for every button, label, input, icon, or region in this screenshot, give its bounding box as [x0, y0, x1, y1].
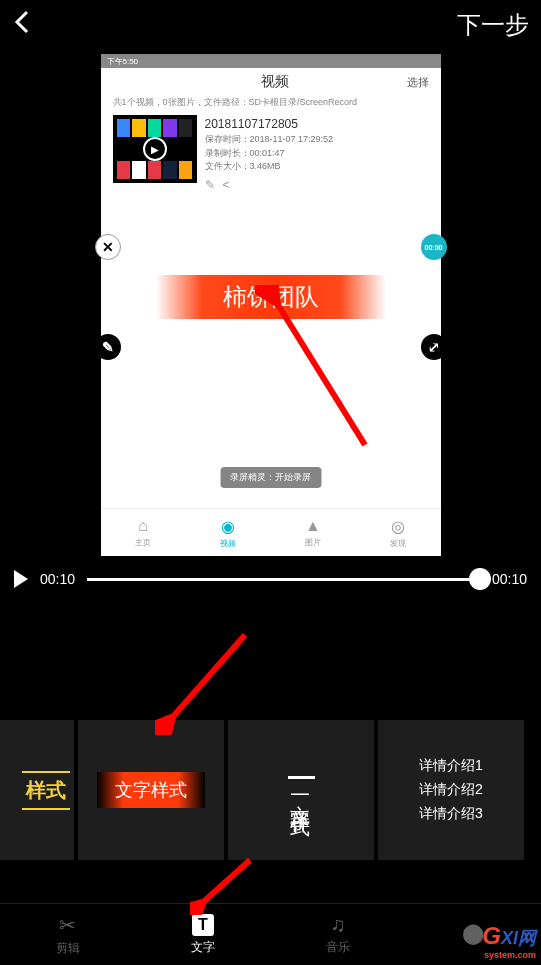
video-timeline[interactable]: 00:10 00:10	[0, 556, 541, 602]
editor-bottom-nav: ✂ 剪辑 T 文字 ♫ 音乐 ⬤	[0, 903, 541, 965]
nav-text[interactable]: T 文字	[135, 904, 270, 965]
svg-line-2	[200, 860, 250, 905]
progress-knob[interactable]	[469, 568, 491, 590]
text-icon: T	[192, 914, 214, 936]
current-time: 00:10	[40, 571, 75, 587]
home-icon: ⌂	[138, 517, 148, 535]
back-icon[interactable]	[12, 9, 32, 42]
overlay-text[interactable]: 柿饼团队	[156, 275, 386, 319]
play-circle-icon: ◉	[221, 517, 235, 536]
edit-icon: ✎	[205, 176, 215, 194]
text-style-card[interactable]: 一文字样式	[228, 720, 374, 860]
watermark: GGxlXl网 system.com	[482, 922, 536, 960]
style-preview-vertical: 一文字样式	[288, 776, 315, 805]
total-time: 00:10	[492, 571, 527, 587]
embedded-tab-image: ▲ 图片	[271, 509, 356, 556]
scissors-icon: ✂	[59, 913, 76, 937]
embedded-path-info: 共1个视频，0张图片，文件路径：SD卡根目录/ScreenRecord	[101, 96, 441, 111]
music-icon: ♫	[331, 913, 346, 936]
nav-edit[interactable]: ✂ 剪辑	[0, 904, 135, 965]
progress-track[interactable]	[87, 578, 480, 581]
text-style-card[interactable]: 文字样式	[78, 720, 224, 860]
blob-icon: ⬤	[462, 921, 484, 945]
embedded-tab-video: ◉ 视频	[186, 509, 271, 556]
video-thumbnail: ▶	[113, 115, 197, 183]
embedded-tabbar: ⌂ 主页 ◉ 视频 ▲ 图片 ◎ 发现	[101, 508, 441, 556]
embedded-tab-discover: ◎ 发现	[356, 509, 441, 556]
embedded-title: 视频	[143, 73, 407, 91]
text-style-card[interactable]: 详情介绍1 详情介绍2 详情介绍3	[378, 720, 524, 860]
text-style-card[interactable]: 样式	[0, 720, 74, 860]
embedded-tab-home: ⌂ 主页	[101, 509, 186, 556]
video-filesize: 文件大小：3.46MB	[205, 160, 334, 174]
svg-line-1	[170, 635, 245, 720]
play-icon: ▶	[143, 137, 167, 161]
text-overlay-frame[interactable]: ✕ 00:00 ✎ ⤢ 柿饼团队	[107, 246, 435, 348]
compass-icon: ◎	[391, 517, 405, 536]
text-style-scroller[interactable]: 样式 文字样式 一文字样式 详情介绍1 详情介绍2 详情介绍3	[0, 720, 541, 860]
style-preview-details: 详情介绍1 详情介绍2 详情介绍3	[419, 754, 483, 825]
embedded-select: 选择	[407, 75, 429, 90]
annotation-arrow	[155, 625, 255, 735]
close-icon[interactable]: ✕	[95, 234, 121, 260]
video-duration: 录制时长：00:01:47	[205, 147, 334, 161]
edit-handle-icon[interactable]: ✎	[95, 334, 121, 360]
play-button[interactable]	[14, 570, 28, 588]
nav-music[interactable]: ♫ 音乐	[271, 904, 406, 965]
image-icon: ▲	[305, 517, 321, 535]
duration-badge[interactable]: 00:00	[421, 234, 447, 260]
next-button[interactable]: 下一步	[457, 9, 529, 41]
video-list-item: ▶ 20181107172805 保存时间：2018-11-07 17:29:5…	[101, 111, 441, 198]
toast-message: 录屏精灵：开始录屏	[220, 467, 321, 488]
embedded-status-bar: 下午5:50	[101, 54, 441, 68]
resize-handle-icon[interactable]: ⤢	[421, 334, 447, 360]
video-preview: 下午5:50 视频 选择 共1个视频，0张图片，文件路径：SD卡根目录/Scre…	[101, 54, 441, 556]
video-filename: 20181107172805	[205, 115, 334, 133]
style-preview-red: 文字样式	[97, 772, 205, 808]
style-preview-yellow: 样式	[26, 777, 66, 804]
video-save-time: 保存时间：2018-11-07 17:29:52	[205, 133, 334, 147]
share-icon: <	[223, 176, 230, 194]
